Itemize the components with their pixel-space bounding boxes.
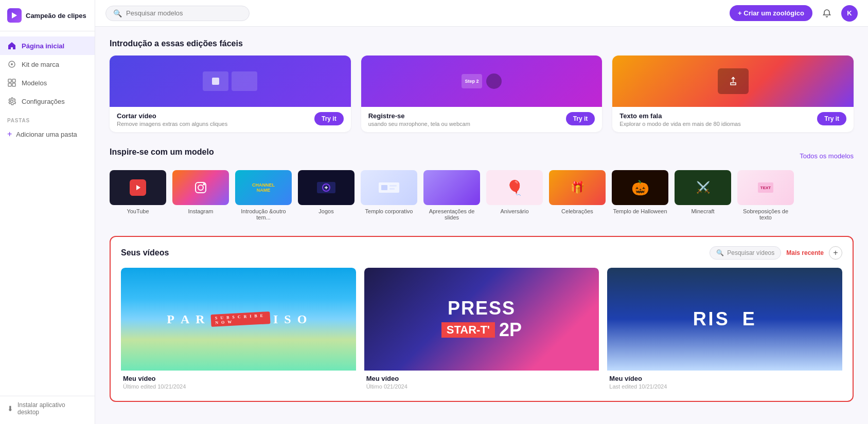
template-celebrations[interactable]: 🎁 Celebrações [549, 170, 606, 220]
video-date-3: Last edited 10/21/2024 [609, 383, 840, 390]
search-videos-label: Pesquisar vídeos [727, 249, 774, 256]
template-textoverlay-label: Sobreposições de texto [737, 208, 794, 220]
add-folder-button[interactable]: + Adicionar uma pasta [0, 125, 95, 143]
sidebar-item-models[interactable]: Modelos [0, 73, 95, 92]
template-minecraft[interactable]: ⚔️ Minecraft [675, 170, 731, 220]
sidebar: Campeão de clipes Página inicial Kit de … [0, 0, 95, 424]
intro-card-name-2: Registre-se [368, 112, 470, 120]
all-models-link[interactable]: Todos os modelos [800, 152, 854, 160]
intro-card-body-1: Cortar vídeo Remove imagens extras com a… [110, 107, 351, 132]
videos-controls: 🔍 Pesquisar vídeos Mais recente + [710, 246, 842, 260]
video-card-2[interactable]: PRESS STAR-T' 2P Meu vídeo Último 021/20… [364, 268, 599, 392]
video-card-1[interactable]: PAR SUBSCRIBENOW ISO Meu vídeo Último ed… [121, 268, 356, 392]
template-instagram-label: Instagram [172, 208, 229, 214]
intro-thumb-3 [612, 56, 854, 107]
app-title: Campeão de clipes [26, 12, 86, 20]
topbar: 🔍 + Criar um zoológico K [95, 0, 868, 27]
add-folder-icon: + [7, 130, 12, 139]
brand-icon [7, 60, 16, 69]
main-area: 🔍 + Criar um zoológico K Introdução a es… [95, 0, 868, 424]
template-scroll: YouTube Instagram [110, 170, 854, 224]
models-icon [7, 78, 16, 87]
video-info-3: Meu vídeo Last edited 10/21/2024 [607, 371, 842, 392]
intro-card-2: Step 2 Registre-se usando seu mxrophone,… [361, 56, 603, 132]
settings-icon [7, 97, 16, 106]
video-info-2: Meu vídeo Último 021/2024 [364, 371, 599, 392]
video-date-2: Último 021/2024 [366, 383, 597, 390]
svg-point-10 [198, 185, 203, 190]
search-icon: 🔍 [113, 9, 122, 17]
intro-card-3: Texto em fala Explorar o modo de vida em… [612, 56, 854, 132]
folders-label: PASTAS [0, 110, 95, 125]
sidebar-item-label: Página inicial [22, 42, 64, 50]
intro-thumb-2: Step 2 [361, 56, 603, 107]
install-app-button[interactable]: ⬇ Instalar aplicativo desktop [7, 401, 87, 416]
video-name-1: Meu vídeo [123, 375, 354, 382]
my-videos-section: Seus vídeos 🔍 Pesquisar vídeos Mais rece… [110, 236, 854, 402]
video-date-1: Último edited 10/21/2024 [123, 383, 354, 390]
sidebar-item-home[interactable]: Página inicial [0, 36, 95, 55]
notification-icon[interactable] [819, 5, 835, 22]
svg-rect-17 [389, 188, 395, 190]
home-icon [7, 41, 16, 50]
search-input[interactable] [126, 9, 242, 17]
template-games[interactable]: Jogos [298, 170, 355, 220]
sort-button[interactable]: Mais recente [786, 249, 824, 256]
intro-thumb-1 [110, 56, 351, 107]
templates-section: Inspire-se com um modelo Todos os modelo… [110, 148, 854, 224]
video-info-1: Meu vídeo Último edited 10/21/2024 [121, 371, 356, 392]
try-btn-2[interactable]: Try it [566, 112, 595, 125]
sidebar-item-settings[interactable]: Configurações [0, 92, 95, 110]
intro-section: Introdução a essas edições fáceis [110, 39, 854, 132]
search-videos-bar[interactable]: 🔍 Pesquisar vídeos [710, 246, 781, 260]
video-name-3: Meu vídeo [609, 375, 840, 382]
template-halloween[interactable]: 🎃 Templo de Halloween [612, 170, 668, 220]
video-thumb-3: RIS_E [607, 268, 842, 371]
sidebar-logo: Campeão de clipes [0, 0, 95, 31]
template-channel[interactable]: CHANNELNAME Introdução &outro tem... [235, 170, 292, 220]
sidebar-item-label: Modelos [22, 79, 47, 87]
intro-card-desc-3: Explorar o modo de vida em mais de 80 id… [619, 121, 740, 127]
search-videos-icon: 🔍 [716, 249, 724, 256]
intro-card-body-3: Texto em fala Explorar o modo de vida em… [612, 107, 854, 132]
sidebar-item-brand[interactable]: Kit de marca [0, 55, 95, 73]
sidebar-item-label: Configurações [22, 98, 65, 105]
sidebar-item-label: Kit de marca [22, 61, 59, 68]
template-textoverlay[interactable]: TEXT Sobreposições de texto [737, 170, 794, 220]
svg-rect-16 [389, 185, 397, 187]
add-video-button[interactable]: + [829, 246, 842, 260]
svg-point-11 [203, 183, 204, 185]
svg-point-1 [11, 63, 13, 65]
svg-marker-8 [136, 185, 140, 190]
sidebar-bottom: ⬇ Instalar aplicativo desktop [0, 396, 95, 424]
svg-rect-5 [12, 83, 15, 86]
templates-title: Inspire-se com um modelo [110, 148, 214, 157]
svg-rect-4 [8, 83, 11, 86]
video-card-3[interactable]: RIS_E Meu vídeo Last edited 10/21/2024 [607, 268, 842, 392]
my-videos-title: Seus vídeos [121, 248, 169, 257]
video-thumb-2: PRESS STAR-T' 2P [364, 268, 599, 371]
template-channel-label: Introdução &outro tem... [235, 208, 292, 220]
template-slides[interactable]: Apresentações de slides [423, 170, 480, 220]
create-button[interactable]: + Criar um zoológico [730, 5, 812, 21]
video-name-2: Meu vídeo [366, 375, 597, 382]
intro-card-name-3: Texto em fala [619, 112, 740, 120]
svg-rect-15 [381, 185, 387, 190]
template-birthday[interactable]: 🎈 Aniversário [486, 170, 543, 220]
intro-title: Introdução a essas edições fáceis [110, 39, 854, 48]
download-icon: ⬇ [7, 404, 13, 413]
template-instagram[interactable]: Instagram [172, 170, 229, 220]
template-youtube-label: YouTube [110, 208, 166, 214]
try-btn-3[interactable]: Try it [817, 112, 846, 125]
try-btn-1[interactable]: Try it [314, 112, 344, 125]
template-games-label: Jogos [298, 208, 355, 214]
template-corporate[interactable]: Templo corporativo [361, 170, 417, 220]
logo-icon [7, 8, 22, 23]
template-youtube[interactable]: YouTube [110, 170, 166, 220]
avatar[interactable]: K [841, 5, 858, 22]
videos-grid: PAR SUBSCRIBENOW ISO Meu vídeo Último ed… [121, 268, 842, 392]
intro-cards: Cortar vídeo Remove imagens extras com a… [110, 56, 854, 132]
search-bar[interactable]: 🔍 [105, 6, 250, 21]
svg-text:TEXT: TEXT [760, 186, 771, 190]
template-corporate-label: Templo corporativo [361, 208, 417, 214]
